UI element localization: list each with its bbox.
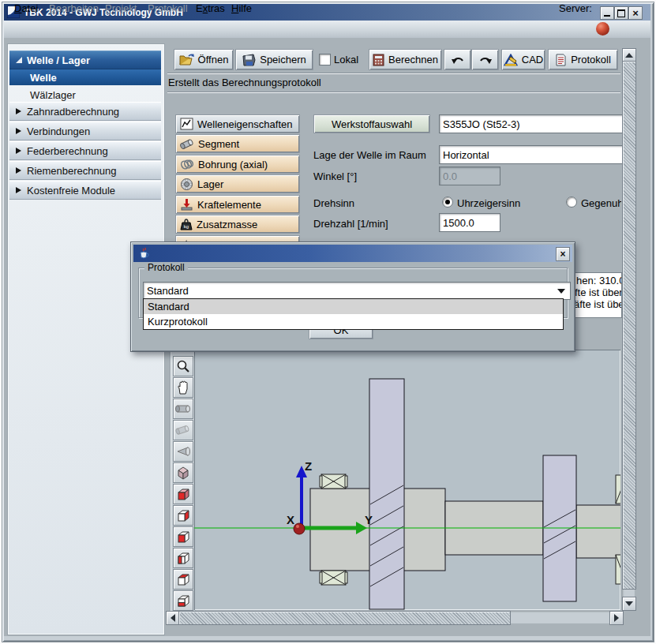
- shaft-properties-chart-icon: [180, 118, 193, 130]
- protokoll-button[interactable]: Protokoll: [548, 49, 618, 70]
- menu-bar: [4, 21, 650, 39]
- undo-icon: [451, 54, 465, 66]
- calculate-button[interactable]: Berechnen: [369, 49, 442, 70]
- sidebar-group-verbindungen[interactable]: Verbindungen: [9, 122, 161, 140]
- message-line: äfte ist über: [574, 298, 622, 310]
- menu-hilfe[interactable]: Hilfe: [231, 2, 252, 16]
- sidebar-item-welle[interactable]: Welle: [9, 69, 161, 85]
- werkstoffauswahl-button[interactable]: Werkstoffauswahl: [313, 114, 430, 133]
- segment-label: Segment: [198, 138, 239, 150]
- kraftelemente-button[interactable]: Kraftelemente: [175, 195, 300, 214]
- welleneigenschaften-button[interactable]: Welleneigenschaften: [175, 114, 300, 133]
- separator-line: [167, 73, 620, 74]
- radio-selected-dot: [445, 200, 450, 204]
- vscroll-down-button[interactable]: [622, 597, 636, 611]
- calculate-button-label: Berechnen: [388, 54, 438, 66]
- shaft-drawing-canvas[interactable]: Z Y X: [194, 350, 620, 610]
- cube-right-red-icon: [175, 507, 191, 523]
- magnifier-icon: [176, 359, 190, 373]
- dropdown-option-kurzprotokoll[interactable]: Kurzprotokoll: [144, 314, 563, 329]
- hscroll-thumb[interactable]: [178, 611, 511, 625]
- winkel-value: 0.0: [443, 170, 457, 182]
- combobox-arrow-icon[interactable]: [557, 289, 565, 294]
- arrow-right-icon: [614, 614, 619, 622]
- message-line: hen: 310.0: [576, 275, 622, 286]
- view-cylinder-angled-button[interactable]: [173, 420, 193, 440]
- zusatzmasse-button[interactable]: kg Zusatzmasse: [175, 215, 300, 234]
- welleneigenschaften-label: Welleneigenschaften: [197, 118, 292, 130]
- view-tool-palette: [170, 350, 196, 612]
- lager-button[interactable]: Lager: [175, 174, 300, 193]
- drehzahl-input[interactable]: 1500.0: [439, 213, 500, 232]
- uhrzeigersinn-radio[interactable]: [442, 197, 453, 208]
- dialog-close-button[interactable]: ×: [556, 247, 570, 261]
- view-cube-top-button[interactable]: [173, 569, 193, 590]
- arrow-left-icon: [171, 614, 175, 622]
- view-cube-front-solid-button[interactable]: [173, 484, 193, 504]
- cylinder-segment-icon: [180, 138, 194, 150]
- view-cube-front-button[interactable]: [173, 526, 193, 547]
- segment-button[interactable]: Segment: [175, 134, 300, 153]
- hscroll-right-button[interactable]: [609, 611, 624, 625]
- bohrung-axial-button[interactable]: Bohrung (axial): [175, 155, 300, 174]
- lage-label: Lage der Welle im Raum: [313, 149, 426, 161]
- protokoll-combobox[interactable]: Standard: [143, 282, 571, 300]
- menu-projekt: Projekt: [105, 2, 137, 16]
- separator-line: [167, 92, 620, 93]
- lage-value: Horizontal: [443, 149, 489, 161]
- minimize-button[interactable]: [600, 6, 614, 20]
- cad-button[interactable]: CAD: [501, 49, 545, 70]
- view-iso-cube-button[interactable]: [173, 462, 193, 483]
- redo-button[interactable]: [471, 49, 499, 70]
- undo-button[interactable]: [444, 49, 471, 70]
- cube-bottom-red-icon: [175, 593, 191, 608]
- view-cone-button[interactable]: [173, 441, 193, 462]
- view-cube-bottom-button[interactable]: [173, 590, 193, 611]
- view-cube-right-button[interactable]: [173, 505, 193, 526]
- kraftelemente-label: Kraftelemente: [197, 199, 261, 211]
- cube-left-red-icon: [175, 550, 191, 566]
- protokoll-document-icon: [555, 54, 567, 66]
- arrow-up-icon: [625, 53, 633, 58]
- triangle-collapsed-icon: [16, 108, 21, 114]
- view-cylinder-x-button[interactable]: [173, 399, 193, 419]
- drehzahl-label: Drehzahl [1/min]: [313, 218, 388, 230]
- lage-input[interactable]: Horizontal: [439, 145, 629, 164]
- menu-extras[interactable]: Extras: [196, 2, 225, 16]
- gegenuhrzeigersinn-radio[interactable]: [566, 197, 577, 208]
- save-button-label: Speichern: [260, 54, 306, 66]
- sidebar-group-zahnradberechnung[interactable]: Zahnradberechnung: [9, 102, 161, 121]
- save-button[interactable]: Speichern: [235, 49, 313, 70]
- cube-front-red-icon: [175, 486, 191, 502]
- material-input[interactable]: S355JO (St52-3): [439, 114, 629, 133]
- zoom-tool-button[interactable]: [173, 356, 193, 376]
- sidebar-group-riemenberechnung[interactable]: Riemenberechnung: [9, 161, 161, 180]
- iso-cube-icon: [175, 465, 191, 481]
- lager-label: Lager: [197, 178, 223, 190]
- cone-icon: [175, 446, 191, 457]
- bearing-icon: [180, 178, 193, 191]
- view-cube-left-button[interactable]: [173, 548, 193, 568]
- winkel-input: 0.0: [439, 167, 500, 185]
- sidebar-group-label: Verbindungen: [27, 125, 90, 137]
- force-arrow-icon: [180, 198, 193, 211]
- sidebar-group-label: Riemenberechnung: [27, 165, 116, 177]
- sidebar-group-federberechnung[interactable]: Federberechnung: [9, 141, 161, 160]
- menu-datei[interactable]: Datei: [14, 2, 38, 16]
- server-status-indicator: [596, 22, 609, 36]
- dialog-title-bar[interactable]: ×: [133, 245, 572, 262]
- save-floppy-icon: [242, 54, 256, 66]
- close-button[interactable]: ×: [628, 6, 643, 20]
- sidebar-group-welle-lager[interactable]: Welle / Lager: [9, 51, 161, 69]
- vscroll-thumb[interactable]: [622, 61, 636, 590]
- lokal-checkbox[interactable]: [319, 54, 331, 66]
- sidebar-group-kostenfreie-module[interactable]: Kostenfreie Module: [9, 181, 161, 200]
- hand-icon: [177, 380, 189, 395]
- maximize-button[interactable]: [614, 6, 628, 20]
- pan-tool-button[interactable]: [173, 377, 193, 398]
- open-button[interactable]: Öffnen: [174, 49, 234, 70]
- java-cup-icon: [137, 247, 150, 260]
- sidebar-item-waelzlager[interactable]: Wälzlager: [9, 87, 161, 103]
- uhrzeigersinn-label: Uhrzeigersinn: [457, 197, 520, 209]
- dropdown-option-standard[interactable]: Standard: [144, 299, 563, 314]
